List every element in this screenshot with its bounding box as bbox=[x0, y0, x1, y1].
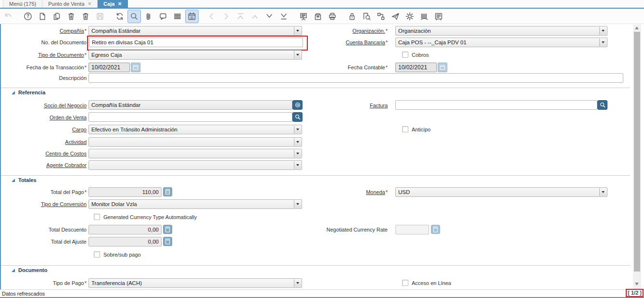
find-icon[interactable] bbox=[127, 10, 141, 23]
conversion-type-label[interactable]: Tipo de Conversión bbox=[41, 201, 87, 207]
scrollbar-thumb[interactable] bbox=[634, 32, 640, 272]
generated-currency-checkbox[interactable] bbox=[94, 214, 100, 220]
last-record-icon[interactable] bbox=[277, 10, 290, 23]
prepayment-checkbox[interactable] bbox=[402, 126, 408, 132]
invoice-label[interactable]: Factura bbox=[370, 103, 388, 108]
discount-total-field[interactable]: 0,00 bbox=[88, 225, 162, 234]
transaction-date-calendar-button[interactable] bbox=[131, 63, 140, 72]
dropdown-arrow-icon[interactable] bbox=[294, 279, 301, 287]
dropdown-arrow-icon[interactable] bbox=[599, 39, 606, 46]
sales-order-field[interactable] bbox=[88, 112, 292, 122]
payment-total-field[interactable]: 110,00 bbox=[88, 187, 162, 197]
charge-label[interactable]: Cargo bbox=[72, 127, 87, 132]
close-tab-icon[interactable]: × bbox=[118, 1, 122, 6]
workflow-icon[interactable] bbox=[374, 10, 388, 23]
calendar-icon[interactable]: 31 bbox=[185, 10, 199, 23]
refresh-icon[interactable] bbox=[113, 10, 126, 23]
business-partner-info-button[interactable] bbox=[292, 100, 303, 110]
negotiated-rate-calculator-button[interactable] bbox=[431, 225, 440, 234]
tab-punto-de-venta[interactable]: Punto de Venta × bbox=[42, 0, 98, 8]
generated-currency-checkbox-label[interactable]: Generated Currency Type Automatically bbox=[103, 214, 197, 220]
invoice-field[interactable] bbox=[395, 100, 597, 110]
accounting-date-field[interactable]: 10/02/2021 bbox=[395, 63, 437, 72]
scroll-up-icon[interactable] bbox=[635, 26, 639, 29]
dropdown-arrow-icon[interactable] bbox=[294, 150, 301, 157]
organization-label[interactable]: Organización.* bbox=[353, 28, 388, 34]
over-under-checkbox-label[interactable]: Sobre/sub pago bbox=[103, 252, 141, 258]
archive-icon[interactable] bbox=[311, 10, 325, 23]
scroll-down-icon[interactable] bbox=[635, 283, 639, 285]
preferences-icon[interactable] bbox=[403, 10, 417, 23]
help-icon[interactable]: ? bbox=[21, 10, 35, 23]
totals-section-header[interactable]: Totales bbox=[12, 177, 37, 183]
collection-agent-label[interactable]: Agente Cobrador bbox=[46, 162, 87, 168]
next-record-icon[interactable] bbox=[219, 10, 233, 23]
collection-agent-field[interactable] bbox=[88, 160, 302, 170]
online-access-checkbox[interactable] bbox=[402, 280, 408, 286]
cost-center-label[interactable]: Centro de Costos bbox=[45, 151, 87, 156]
chat-icon[interactable] bbox=[156, 10, 170, 23]
new-record-icon[interactable] bbox=[36, 10, 49, 23]
activity-field[interactable] bbox=[88, 137, 302, 147]
currency-field[interactable]: USD bbox=[395, 187, 607, 197]
vertical-scrollbar[interactable] bbox=[633, 25, 641, 289]
barcode-icon[interactable] bbox=[417, 10, 431, 23]
delete-selection-icon[interactable] bbox=[79, 10, 92, 23]
prepayment-checkbox-label[interactable]: Anticipo bbox=[412, 127, 430, 132]
attachment-icon[interactable] bbox=[142, 10, 155, 23]
negotiated-rate-field[interactable] bbox=[395, 225, 429, 234]
payment-total-calculator-button[interactable] bbox=[163, 187, 172, 196]
document-section-header[interactable]: Documento bbox=[12, 267, 48, 273]
dropdown-arrow-icon[interactable] bbox=[294, 51, 301, 59]
dropdown-arrow-icon[interactable] bbox=[294, 161, 301, 169]
lock-icon[interactable] bbox=[345, 10, 359, 23]
sales-order-label[interactable]: Orden de Venta bbox=[50, 115, 87, 120]
first-record-icon[interactable] bbox=[234, 10, 247, 23]
adjustment-total-field[interactable]: 0,00 bbox=[88, 237, 162, 246]
zoom-across-icon[interactable] bbox=[360, 10, 373, 23]
company-label[interactable]: Compañía* bbox=[60, 28, 87, 34]
dropdown-arrow-icon[interactable] bbox=[294, 27, 301, 35]
tab-caja[interactable]: Caja × bbox=[98, 0, 128, 8]
business-partner-field[interactable]: Compañía Estándar bbox=[88, 100, 292, 110]
description-field[interactable] bbox=[88, 73, 623, 83]
grid-toggle-icon[interactable] bbox=[171, 10, 184, 23]
conversion-type-field[interactable]: Monitor Dolar Vzla bbox=[88, 199, 302, 209]
organization-field[interactable]: Organización bbox=[395, 26, 607, 36]
dropdown-arrow-icon[interactable] bbox=[294, 126, 301, 133]
accounting-date-calendar-button[interactable] bbox=[438, 63, 447, 72]
cost-center-field[interactable] bbox=[88, 149, 302, 158]
invoice-search-button[interactable] bbox=[597, 100, 607, 110]
receipts-checkbox[interactable] bbox=[402, 52, 408, 58]
business-partner-label[interactable]: Socio del Negocio bbox=[44, 103, 87, 108]
parent-record-icon[interactable] bbox=[248, 10, 262, 23]
currency-label[interactable]: Moneda* bbox=[366, 189, 388, 195]
copy-record-icon[interactable] bbox=[50, 10, 63, 23]
dropdown-arrow-icon[interactable] bbox=[599, 188, 606, 196]
send-request-icon[interactable] bbox=[389, 10, 402, 23]
save-icon[interactable] bbox=[93, 10, 107, 23]
tab-menu[interactable]: Menú (175) bbox=[3, 0, 42, 8]
dropdown-arrow-icon[interactable] bbox=[599, 27, 606, 35]
bank-account-field[interactable]: Caja POS - --_Caja PDV 01 bbox=[395, 38, 607, 47]
over-under-checkbox[interactable] bbox=[94, 251, 100, 258]
dropdown-arrow-icon[interactable] bbox=[294, 200, 301, 208]
quick-form-icon[interactable] bbox=[432, 10, 445, 23]
delete-record-icon[interactable] bbox=[64, 10, 78, 23]
payment-type-field[interactable]: Transferencia (ACH) bbox=[88, 278, 302, 288]
transaction-date-field[interactable]: 10/02/2021 bbox=[88, 63, 130, 72]
print-icon[interactable] bbox=[326, 10, 339, 23]
adjustment-total-calculator-button[interactable] bbox=[163, 237, 172, 246]
discount-total-calculator-button[interactable] bbox=[163, 225, 172, 234]
activity-label[interactable]: Actividad bbox=[65, 139, 87, 145]
sales-order-search-button[interactable] bbox=[292, 112, 303, 122]
charge-field[interactable]: Efectivo en Tránsito Administración bbox=[88, 125, 302, 134]
detail-record-icon[interactable] bbox=[263, 10, 276, 23]
undo-icon[interactable] bbox=[1, 10, 15, 23]
report-icon[interactable] bbox=[297, 10, 310, 23]
company-field[interactable]: Compañía Estándar bbox=[88, 26, 302, 36]
online-access-checkbox-label[interactable]: Acceso en Línea bbox=[412, 280, 451, 286]
bank-account-label[interactable]: Cuenta Bancaria* bbox=[346, 39, 388, 45]
reference-section-header[interactable]: Referencia bbox=[12, 90, 45, 95]
receipts-checkbox-label[interactable]: Cobros bbox=[412, 52, 429, 58]
